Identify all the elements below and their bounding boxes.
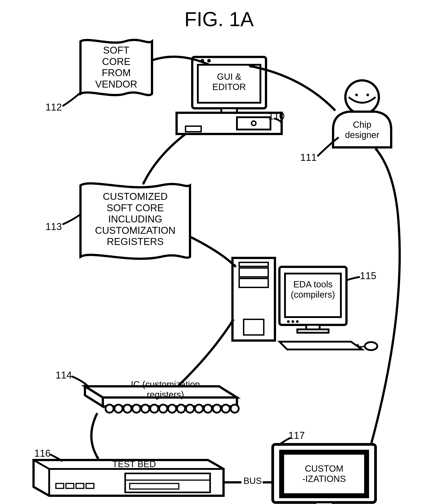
svg-point-27 <box>123 405 131 413</box>
svg-rect-0 <box>192 57 266 108</box>
svg-rect-14 <box>239 268 268 277</box>
svg-point-11 <box>366 94 369 96</box>
svg-rect-47 <box>273 444 376 503</box>
ref-110: 110 <box>268 111 291 122</box>
svg-point-34 <box>186 405 194 413</box>
ref-117: 117 <box>288 430 311 441</box>
bus-label: BUS <box>240 476 265 486</box>
svg-rect-23 <box>297 329 328 333</box>
svg-point-20 <box>291 320 294 323</box>
node-customizations <box>273 444 376 504</box>
svg-rect-16 <box>244 319 264 335</box>
svg-rect-43 <box>86 484 94 488</box>
svg-point-25 <box>106 405 114 413</box>
svg-point-19 <box>287 320 290 323</box>
softcore-text: SOFT CORE FROM VENDOR <box>85 45 148 90</box>
ref-111: 111 <box>297 152 320 163</box>
svg-rect-15 <box>239 278 268 287</box>
svg-rect-12 <box>232 258 275 341</box>
customcore-text: CUSTOMIZED SOFT CORE INCLUDING CUSTOMIZA… <box>83 191 188 247</box>
svg-rect-17 <box>279 267 347 325</box>
ref-112: 112 <box>42 102 65 113</box>
svg-rect-13 <box>239 262 268 266</box>
svg-point-31 <box>159 405 167 413</box>
gui-text: GUI & EDITOR <box>199 71 259 92</box>
ref-115: 115 <box>360 270 382 282</box>
eda-text: EDA tools (compilers) <box>286 279 340 300</box>
ic-text: IC (customization registers) <box>105 379 226 400</box>
svg-point-26 <box>114 405 122 413</box>
svg-point-32 <box>168 405 176 413</box>
svg-point-38 <box>222 405 230 413</box>
node-softcore <box>80 40 152 95</box>
svg-rect-1 <box>198 65 260 103</box>
svg-point-21 <box>296 320 299 323</box>
svg-point-33 <box>177 405 185 413</box>
svg-rect-7 <box>186 126 201 132</box>
node-eda <box>232 258 377 350</box>
svg-point-35 <box>195 405 203 413</box>
svg-point-8 <box>251 121 256 125</box>
designer-text: Chip designer <box>335 119 389 140</box>
diagram-canvas: FIG. 1A SOFT CORE FROM VENDOR 112 GUI & … <box>0 0 437 504</box>
svg-rect-41 <box>66 484 74 488</box>
svg-rect-40 <box>56 484 64 488</box>
svg-point-24 <box>365 342 377 350</box>
node-designer <box>333 80 391 147</box>
svg-rect-45 <box>130 484 179 489</box>
node-customcore <box>80 183 190 259</box>
svg-point-9 <box>345 80 379 114</box>
svg-point-29 <box>141 405 149 413</box>
svg-point-36 <box>204 405 212 413</box>
figure-title: FIG. 1A <box>170 8 268 31</box>
node-ic <box>85 386 239 413</box>
svg-rect-49 <box>315 503 333 504</box>
svg-point-37 <box>213 405 221 413</box>
svg-point-39 <box>231 405 239 413</box>
svg-rect-4 <box>221 108 237 113</box>
svg-point-2 <box>200 59 204 63</box>
svg-rect-48 <box>282 452 367 496</box>
svg-rect-18 <box>285 274 341 317</box>
node-testbed <box>33 460 224 496</box>
diagram-svg <box>0 0 437 504</box>
ref-113: 113 <box>42 221 65 232</box>
svg-point-30 <box>150 405 158 413</box>
svg-rect-42 <box>76 484 84 488</box>
svg-rect-5 <box>177 113 282 134</box>
svg-point-28 <box>132 405 140 413</box>
ref-114: 114 <box>52 370 75 381</box>
testbed-text: TEST BED <box>98 459 170 469</box>
svg-point-3 <box>207 59 211 63</box>
svg-rect-6 <box>237 117 270 130</box>
node-gui <box>177 57 282 134</box>
svg-point-10 <box>355 94 358 96</box>
customizations-text: CUSTOM -IZATIONS <box>291 463 358 484</box>
svg-rect-22 <box>306 325 320 329</box>
svg-rect-44 <box>125 473 210 492</box>
ref-116: 116 <box>31 448 54 459</box>
